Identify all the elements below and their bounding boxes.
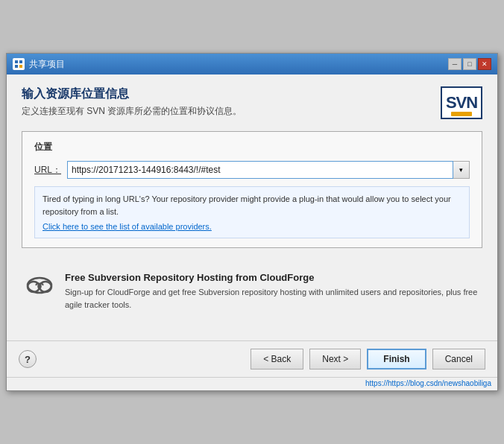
next-button[interactable]: Next >: [309, 349, 361, 370]
url-input-wrapper: ▾: [67, 161, 470, 179]
page-header: 输入资源库位置信息 定义连接至现有 SVN 资源库所必需的位置和协议信息。 SV…: [22, 86, 482, 119]
cloudforge-text: Free Subversion Repository Hosting from …: [65, 272, 479, 311]
finish-button[interactable]: Finish: [367, 349, 426, 370]
svg-rect-3: [19, 65, 22, 68]
hint-link[interactable]: Click here to see the list of available …: [42, 222, 212, 231]
restore-button[interactable]: □: [463, 58, 476, 70]
footer-left: ?: [19, 350, 37, 368]
location-section: 位置 URL： ▾ Tired of typing in long URL's?…: [22, 131, 482, 248]
svn-logo-decoration: [451, 112, 472, 116]
hint-box: Tired of typing in long URL's? Your repo…: [34, 186, 470, 238]
svg-rect-1: [19, 60, 22, 63]
cloudforge-icon: [25, 272, 54, 299]
svg-rect-0: [15, 60, 18, 63]
close-button[interactable]: ✕: [478, 58, 491, 70]
cloudforge-section: Free Subversion Repository Hosting from …: [22, 260, 482, 323]
url-label: URL：: [34, 164, 61, 177]
title-bar-left: 共享项目: [13, 58, 65, 71]
back-button[interactable]: < Back: [251, 349, 303, 370]
url-input[interactable]: [67, 161, 453, 179]
status-url: https://https://blog.csdn/newshaobiliga: [365, 379, 491, 387]
page-subtitle: 定义连接至现有 SVN 资源库所必需的位置和协议信息。: [22, 105, 242, 118]
svg-rect-2: [15, 65, 18, 68]
window-title: 共享项目: [29, 58, 65, 71]
help-button[interactable]: ?: [19, 350, 37, 368]
content-area: 输入资源库位置信息 定义连接至现有 SVN 资源库所必需的位置和协议信息。 SV…: [7, 74, 497, 340]
footer-buttons: < Back Next > Finish Cancel: [251, 349, 485, 370]
section-label: 位置: [34, 141, 470, 153]
title-bar: 共享项目 ─ □ ✕: [7, 54, 497, 74]
minimize-button[interactable]: ─: [448, 58, 462, 70]
cloudforge-title: Free Subversion Repository Hosting from …: [65, 272, 479, 283]
header-text: 输入资源库位置信息 定义连接至现有 SVN 资源库所必需的位置和协议信息。: [22, 86, 242, 118]
status-bar: https://https://blog.csdn/newshaobiliga: [7, 377, 497, 390]
page-title: 输入资源库位置信息: [22, 86, 242, 102]
cloudforge-description: Sign-up for CloudForge and get free Subv…: [65, 286, 479, 311]
main-window: 共享项目 ─ □ ✕ 输入资源库位置信息 定义连接至现有 SVN 资源库所必需的…: [6, 53, 498, 391]
footer: ? < Back Next > Finish Cancel: [7, 340, 497, 377]
svn-logo: SVN: [441, 86, 482, 119]
title-controls: ─ □ ✕: [448, 58, 491, 70]
url-dropdown-button[interactable]: ▾: [453, 161, 470, 179]
window-icon: [13, 58, 25, 70]
url-row: URL： ▾: [34, 161, 470, 179]
hint-text: Tired of typing in long URL's? Your repo…: [42, 193, 462, 218]
cancel-button[interactable]: Cancel: [432, 349, 485, 370]
svn-logo-text: SVN: [446, 93, 477, 112]
